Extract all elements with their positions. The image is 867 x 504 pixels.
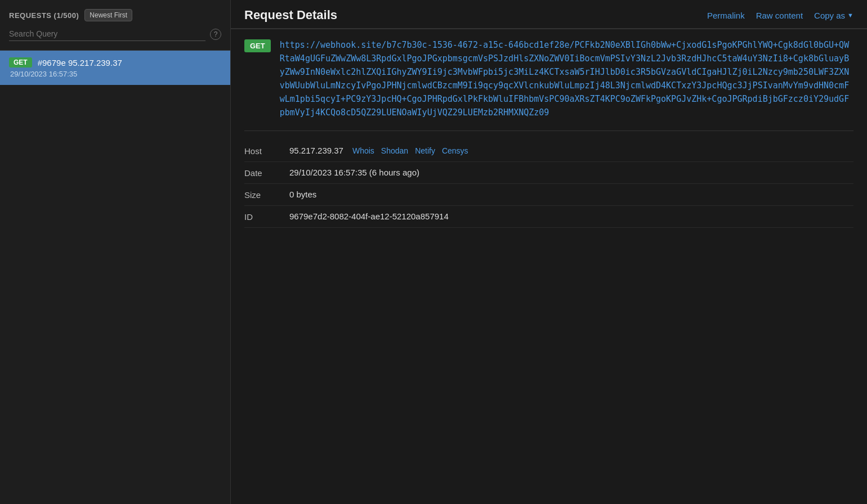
sidebar: REQUESTS (1/500) Newest First ? GET #967… <box>0 0 231 504</box>
request-time: 29/10/2023 16:57:35 <box>9 70 221 78</box>
host-row: Host 95.217.239.37 Whois Shodan Netify C… <box>244 140 853 162</box>
host-row-content: 95.217.239.37 Whois Shodan Netify Censys <box>289 146 468 155</box>
request-url: https://webhook.site/b7c7b30c-1536-4672-… <box>280 38 853 119</box>
method-badge: GET <box>9 57 32 68</box>
page-title: Request Details <box>244 8 337 22</box>
size-value: 0 bytes <box>289 190 853 199</box>
id-row: ID 9679e7d2-8082-404f-ae12-52120a857914 <box>244 206 853 228</box>
request-list-item[interactable]: GET #9679e 95.217.239.37 29/10/2023 16:5… <box>0 51 230 85</box>
chevron-down-icon: ▼ <box>847 12 853 19</box>
whois-link[interactable]: Whois <box>352 146 374 155</box>
permalink-link[interactable]: Permalink <box>707 11 745 20</box>
size-label: Size <box>244 190 289 200</box>
request-id-ip: #9679e 95.217.239.37 <box>38 58 122 68</box>
sidebar-header: REQUESTS (1/500) Newest First ? <box>0 0 230 51</box>
sort-button[interactable]: Newest First <box>84 9 132 21</box>
copy-as-label: Copy as <box>814 11 845 20</box>
get-badge: GET <box>244 39 271 52</box>
main-panel: Request Details Permalink Raw content Co… <box>231 0 867 504</box>
host-value: 95.217.239.37 <box>289 146 343 155</box>
netify-link[interactable]: Netify <box>415 146 435 155</box>
raw-content-link[interactable]: Raw content <box>756 11 803 20</box>
main-header: Request Details Permalink Raw content Co… <box>231 0 867 29</box>
size-row: Size 0 bytes <box>244 184 853 206</box>
request-item-top: GET #9679e 95.217.239.37 <box>9 57 221 68</box>
date-label: Date <box>244 168 289 178</box>
id-label: ID <box>244 212 289 222</box>
url-section: GET https://webhook.site/b7c7b30c-1536-4… <box>244 38 853 131</box>
date-row: Date 29/10/2023 16:57:35 (6 hours ago) <box>244 162 853 184</box>
detail-content: GET https://webhook.site/b7c7b30c-1536-4… <box>231 29 867 504</box>
header-actions: Permalink Raw content Copy as ▼ <box>707 11 853 20</box>
censys-link[interactable]: Censys <box>442 146 468 155</box>
copy-as-button[interactable]: Copy as ▼ <box>814 11 853 20</box>
search-row: ? <box>9 27 221 46</box>
search-input[interactable] <box>9 27 205 41</box>
help-icon[interactable]: ? <box>210 29 221 40</box>
date-value: 29/10/2023 16:57:35 (6 hours ago) <box>289 168 853 177</box>
requests-title-row: REQUESTS (1/500) Newest First <box>9 9 221 21</box>
detail-table: Host 95.217.239.37 Whois Shodan Netify C… <box>244 140 853 228</box>
host-label: Host <box>244 146 289 156</box>
host-links: Whois Shodan Netify Censys <box>352 146 468 155</box>
requests-label: REQUESTS (1/500) <box>9 11 79 20</box>
id-value: 9679e7d2-8082-404f-ae12-52120a857914 <box>289 212 853 221</box>
shodan-link[interactable]: Shodan <box>381 146 408 155</box>
